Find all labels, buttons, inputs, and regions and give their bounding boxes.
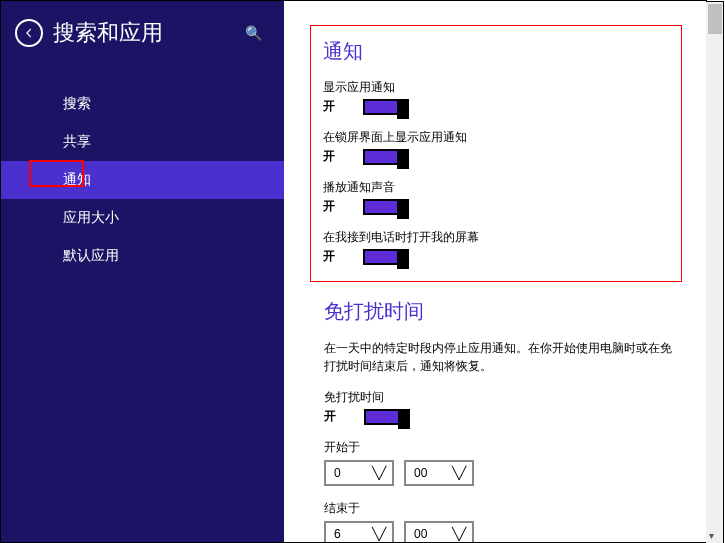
setting-label: 显示应用通知	[323, 79, 521, 96]
time-selects: 6╲╱ 00╲╱	[324, 521, 682, 542]
quiet-hours-start: 开始于 0╲╱ 00╲╱	[324, 439, 682, 486]
chevron-down-icon: ╲╱	[452, 527, 466, 541]
search-icon[interactable]: 🔍	[245, 25, 270, 41]
setting-label: 免打扰时间	[324, 389, 682, 406]
setting-show-app-notifications: 显示应用通知 开	[323, 79, 521, 115]
content-pane: 通知 显示应用通知 开 在锁屏界面上显示应用通知 开 播放通知声音 开	[284, 1, 706, 542]
toggle-row: 开	[323, 198, 521, 215]
section-heading-quiet-hours: 免打扰时间	[324, 298, 682, 325]
section-heading-notifications: 通知	[323, 38, 521, 65]
settings-window: 搜索和应用 🔍 搜索 共享 通知 应用大小 默认应用 通知 显示应用通知 开 在…	[0, 0, 707, 543]
sidebar-item-label: 应用大小	[63, 209, 119, 225]
toggle-row: 开	[323, 248, 521, 265]
toggle-state: 开	[323, 248, 337, 265]
arrow-left-icon	[22, 26, 36, 40]
sidebar-header: 搜索和应用 🔍	[1, 1, 284, 65]
setting-label: 播放通知声音	[323, 179, 521, 196]
toggle-state: 开	[323, 98, 337, 115]
field-label: 开始于	[324, 439, 682, 456]
setting-quiet-hours-toggle: 免打扰时间 开	[324, 389, 682, 425]
select-value: 00	[414, 527, 427, 541]
start-hour-select[interactable]: 0╲╱	[324, 460, 394, 486]
back-button[interactable]	[15, 19, 43, 47]
toggle-state: 开	[324, 408, 338, 425]
setting-label: 在锁屏界面上显示应用通知	[323, 129, 521, 146]
field-label: 结束于	[324, 500, 682, 517]
toggle-switch[interactable]	[363, 149, 409, 165]
select-value: 6	[334, 527, 341, 541]
sidebar-item-label: 通知	[63, 171, 91, 187]
select-value: 00	[414, 466, 427, 480]
sidebar-nav: 搜索 共享 通知 应用大小 默认应用	[1, 85, 284, 275]
toggle-switch[interactable]	[363, 199, 409, 215]
sidebar-item-app-size[interactable]: 应用大小	[1, 199, 284, 237]
scrollbar-thumb[interactable]	[708, 4, 722, 34]
setting-notification-sound: 播放通知声音 开	[323, 179, 521, 215]
toggle-switch[interactable]	[363, 249, 409, 265]
toggle-switch[interactable]	[363, 99, 409, 115]
chevron-down-icon: ╲╱	[452, 466, 466, 480]
time-selects: 0╲╱ 00╲╱	[324, 460, 682, 486]
toggle-state: 开	[323, 148, 337, 165]
sidebar-item-label: 默认应用	[63, 247, 119, 263]
sidebar-item-default-apps[interactable]: 默认应用	[1, 237, 284, 275]
sidebar: 搜索和应用 🔍 搜索 共享 通知 应用大小 默认应用	[1, 1, 284, 542]
end-hour-select[interactable]: 6╲╱	[324, 521, 394, 542]
toggle-row: 开	[324, 408, 682, 425]
toggle-row: 开	[323, 148, 521, 165]
chevron-down-icon[interactable]: ▾	[709, 530, 714, 541]
toggle-state: 开	[323, 198, 337, 215]
chevron-down-icon: ╲╱	[372, 527, 386, 541]
toggle-knob	[398, 409, 410, 429]
toggle-knob	[397, 199, 409, 219]
quiet-hours-description: 在一天中的特定时段内停止应用通知。在你开始使用电脑时或在免打扰时间结束后，通知将…	[324, 339, 682, 375]
quiet-hours-end: 结束于 6╲╱ 00╲╱	[324, 500, 682, 542]
sidebar-item-label: 搜索	[63, 95, 91, 111]
sidebar-item-search[interactable]: 搜索	[1, 85, 284, 123]
toggle-switch[interactable]	[364, 409, 410, 425]
chevron-down-icon: ╲╱	[372, 466, 386, 480]
toggle-knob	[397, 149, 409, 169]
sidebar-item-label: 共享	[63, 133, 91, 149]
sidebar-title: 搜索和应用	[53, 18, 245, 48]
select-value: 0	[334, 466, 341, 480]
toggle-row: 开	[323, 98, 521, 115]
toggle-knob	[397, 249, 409, 269]
end-minute-select[interactable]: 00╲╱	[404, 521, 474, 542]
start-minute-select[interactable]: 00╲╱	[404, 460, 474, 486]
toggle-knob	[397, 99, 409, 119]
setting-screen-on-call: 在我接到电话时打开我的屏幕 开	[323, 229, 521, 265]
setting-lockscreen-notifications: 在锁屏界面上显示应用通知 开	[323, 129, 521, 165]
highlight-box-notifications: 通知 显示应用通知 开 在锁屏界面上显示应用通知 开 播放通知声音 开	[310, 25, 682, 282]
sidebar-item-share[interactable]: 共享	[1, 123, 284, 161]
sidebar-item-notifications[interactable]: 通知	[1, 161, 284, 199]
vertical-scrollbar[interactable]: ▾	[706, 1, 724, 543]
setting-label: 在我接到电话时打开我的屏幕	[323, 229, 521, 246]
